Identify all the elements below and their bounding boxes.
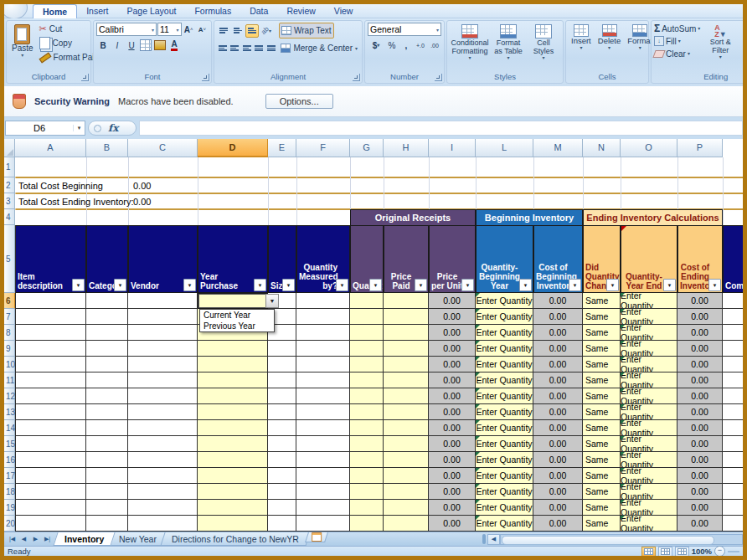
cell-M15[interactable]: 0.00	[533, 436, 583, 452]
cell-Q18[interactable]	[723, 484, 743, 500]
security-options-button[interactable]: Options...	[265, 94, 333, 109]
cell-A19[interactable]	[15, 500, 86, 516]
cell-A7[interactable]	[15, 309, 86, 325]
row-header-9[interactable]: 9	[4, 341, 15, 357]
cell-B17[interactable]	[86, 468, 128, 484]
cell-dropdown-button[interactable]: ▼	[265, 294, 279, 308]
filter-button-M[interactable]: ▼	[569, 279, 581, 291]
cell-Q11[interactable]	[723, 372, 743, 388]
cell-Q12[interactable]	[723, 388, 743, 404]
cell-O13[interactable]: Enter Quantity	[621, 404, 677, 420]
office-button[interactable]	[1, 0, 28, 19]
cell-H20[interactable]	[384, 516, 429, 532]
column-header-L[interactable]: L	[476, 139, 533, 157]
cell-B18[interactable]	[86, 484, 128, 500]
column-header-F[interactable]: F	[296, 139, 350, 157]
field-header-H[interactable]: Price Paid▼	[384, 225, 429, 293]
cell-A11[interactable]	[15, 372, 86, 388]
cell-I14[interactable]: 0.00	[429, 420, 476, 436]
format-as-table-button[interactable]: Format as Table▾	[492, 23, 525, 70]
field-header-F[interactable]: Quantity Measured by?▼	[296, 225, 350, 293]
cell-B7[interactable]	[86, 309, 128, 325]
cell-F16[interactable]	[296, 452, 350, 468]
cell-I15[interactable]: 0.00	[429, 436, 476, 452]
cell-I16[interactable]: 0.00	[429, 452, 476, 468]
dialog-launcher-icon[interactable]	[353, 74, 360, 81]
field-header-A[interactable]: Item description▼	[15, 225, 86, 293]
conditional-formatting-button[interactable]: Conditional Formatting▾	[450, 23, 490, 70]
cell-D19[interactable]	[198, 500, 268, 516]
cell-F10[interactable]	[296, 357, 350, 372]
cell-F11[interactable]	[296, 372, 350, 388]
cell-Q16[interactable]	[723, 452, 743, 468]
dropdown-option-previous-year[interactable]: Previous Year	[200, 321, 274, 331]
field-header-C[interactable]: Vendor▼	[128, 225, 198, 293]
cell-D15[interactable]	[198, 436, 268, 452]
cell-E20[interactable]	[268, 516, 296, 532]
cell-L8[interactable]: Enter Quantity	[476, 325, 533, 341]
column-header-P[interactable]: P	[677, 139, 723, 157]
insert-worksheet-tab[interactable]	[305, 532, 328, 542]
page-break-view-button[interactable]	[675, 547, 689, 557]
scrollbar-thumb[interactable]	[502, 536, 714, 545]
cell-M13[interactable]: 0.00	[533, 404, 583, 420]
column-header-M[interactable]: M	[533, 139, 583, 157]
cell-C14[interactable]	[128, 420, 198, 436]
cell-G15[interactable]	[350, 436, 384, 452]
next-sheet-button[interactable]: ▶	[30, 534, 41, 545]
cell-L12[interactable]: Enter Quantity	[476, 388, 533, 404]
cell-M10[interactable]: 0.00	[533, 357, 583, 372]
ribbon-tab-home[interactable]: Home	[33, 4, 77, 19]
cell-B11[interactable]	[86, 372, 128, 388]
dialog-launcher-icon[interactable]	[435, 74, 442, 81]
cell-L11[interactable]: Enter Quantity	[476, 372, 533, 388]
ribbon-tab-data[interactable]: Data	[240, 4, 277, 18]
row-header-8[interactable]: 8	[4, 325, 15, 341]
cell-H9[interactable]	[384, 341, 429, 357]
row-header-3[interactable]: 3	[4, 193, 15, 209]
cell-styles-button[interactable]: Cell Styles▾	[527, 23, 560, 70]
cell-A18[interactable]	[15, 484, 86, 500]
scroll-left-button[interactable]: ◀	[487, 534, 500, 545]
filter-button-G[interactable]: ▼	[369, 279, 382, 291]
cell-N7[interactable]: Same	[583, 309, 621, 325]
decrease-decimal-button[interactable]: .00	[428, 39, 441, 52]
cell-N12[interactable]: Same	[583, 388, 621, 404]
row-header-4[interactable]: 4	[4, 209, 15, 225]
cell-C13[interactable]	[128, 404, 198, 420]
filter-button-O[interactable]: ▼	[663, 279, 676, 291]
cell-L19[interactable]: Enter Quantity	[476, 500, 533, 516]
cell-F13[interactable]	[296, 404, 350, 420]
filter-button-L[interactable]: ▼	[519, 279, 532, 291]
row-header-17[interactable]: 17	[4, 468, 15, 484]
column-header-E[interactable]: E	[268, 139, 296, 157]
cell-B8[interactable]	[86, 325, 128, 341]
comma-button[interactable]: ,	[399, 39, 413, 52]
cell-P6[interactable]: 0.00	[677, 293, 723, 309]
page-layout-view-button[interactable]	[658, 547, 672, 557]
cell-O6[interactable]: Enter Quantity	[621, 293, 677, 309]
cell-N18[interactable]: Same	[583, 484, 621, 500]
cell-B13[interactable]	[86, 404, 128, 420]
cell-N8[interactable]: Same	[583, 325, 621, 341]
dropdown-option-current-year[interactable]: Current Year	[200, 310, 274, 321]
shrink-font-button[interactable]: A˅	[196, 23, 209, 36]
cell-C17[interactable]	[128, 468, 198, 484]
cell-I20[interactable]: 0.00	[429, 516, 476, 532]
normal-view-button[interactable]	[641, 547, 656, 557]
cell-F12[interactable]	[296, 388, 350, 404]
cell-C15[interactable]	[128, 436, 198, 452]
cell-M6[interactable]: 0.00	[533, 293, 583, 309]
cell-H19[interactable]	[384, 500, 429, 516]
cell-G7[interactable]	[350, 309, 384, 325]
align-bottom-button[interactable]	[245, 24, 259, 38]
previous-sheet-button[interactable]: ◀	[18, 534, 29, 545]
cell-H17[interactable]	[384, 468, 429, 484]
percent-button[interactable]: %	[385, 39, 399, 52]
cell-I9[interactable]: 0.00	[429, 341, 476, 357]
column-header-N[interactable]: N	[583, 139, 621, 157]
bold-button[interactable]: B	[96, 39, 110, 52]
cell-L15[interactable]: Enter Quantity	[476, 436, 533, 452]
cell-F15[interactable]	[296, 436, 350, 452]
scrollbar-track[interactable]	[500, 534, 743, 545]
